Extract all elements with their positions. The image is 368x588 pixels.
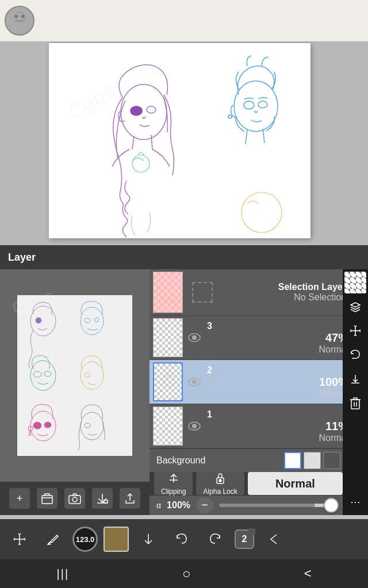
blend-mode-bar: Clipping Alpha Lock Normal ▼ xyxy=(150,472,368,496)
alpha-lock-icon xyxy=(214,472,227,488)
clipping-button[interactable]: Clipping xyxy=(154,472,193,495)
selection-layer-item[interactable]: Selection Layer No Selection xyxy=(150,269,368,316)
alpha-lock-button[interactable]: Alpha Lock xyxy=(196,472,244,495)
svg-point-1 xyxy=(11,22,28,32)
color-swatch[interactable] xyxy=(103,527,129,552)
svg-point-19 xyxy=(33,372,41,377)
svg-point-11 xyxy=(228,115,232,118)
nav-menu-button[interactable]: ||| xyxy=(57,567,70,581)
svg-point-39 xyxy=(192,424,197,428)
layer-panel: Layer Cggs Cggs xyxy=(0,245,368,515)
svg-point-22 xyxy=(85,373,90,377)
tools-bar: 123.0 2 xyxy=(0,519,368,559)
svg-point-21 xyxy=(80,362,103,389)
undo-layer-button[interactable] xyxy=(344,344,366,366)
checkerboard-button[interactable] xyxy=(344,272,366,293)
undo-button[interactable] xyxy=(168,525,195,553)
drawing-paper: Cggs Cggs xyxy=(49,43,310,238)
svg-point-6 xyxy=(147,106,156,113)
swatch-dark[interactable] xyxy=(323,452,340,469)
layers-button[interactable] xyxy=(344,296,366,318)
opacity-slider-thumb[interactable] xyxy=(324,498,339,513)
layer-1-row: 1 xyxy=(205,409,348,420)
layer-1-num: 1 xyxy=(207,409,212,420)
add-group-button[interactable] xyxy=(37,488,57,509)
layer-3-thumb xyxy=(153,318,183,357)
watermark-2: Cggs xyxy=(116,120,163,158)
layer-2-visibility-icon[interactable] xyxy=(186,374,202,390)
svg-point-31 xyxy=(72,497,77,502)
blend-mode-display: Normal xyxy=(248,472,343,495)
svg-point-9 xyxy=(244,101,254,109)
alpha-lock-label: Alpha Lock xyxy=(203,488,237,496)
nav-menu-icon: ||| xyxy=(57,567,70,580)
svg-point-14 xyxy=(36,318,41,323)
no-selection-label: No Selection xyxy=(294,292,346,303)
selection-layer-label: Selection Layer xyxy=(278,282,346,292)
svg-point-20 xyxy=(44,372,51,377)
svg-point-34 xyxy=(163,375,175,386)
layer-2-row: 2 xyxy=(205,365,348,376)
layer-3-visibility-icon[interactable] xyxy=(186,330,202,346)
nav-home-icon: ○ xyxy=(182,566,191,581)
svg-point-28 xyxy=(85,423,90,428)
transform-button[interactable] xyxy=(344,320,366,342)
nav-home-button[interactable]: ○ xyxy=(182,566,191,582)
svg-point-16 xyxy=(85,318,90,323)
layer-3-row: 3 xyxy=(205,321,348,331)
layer-1-item[interactable]: 1 11% Normal xyxy=(150,404,368,448)
svg-point-37 xyxy=(192,380,197,384)
thumbnail-toolbar: + xyxy=(0,482,150,515)
svg-point-4 xyxy=(121,84,167,140)
layer-3-item[interactable]: 3 47% Normal xyxy=(150,316,368,360)
svg-point-8 xyxy=(234,81,278,131)
export-button[interactable] xyxy=(120,488,140,509)
layer-count-badge[interactable]: 2 xyxy=(235,529,254,549)
back-button[interactable] xyxy=(260,525,288,553)
svg-point-17 xyxy=(94,318,99,322)
opacity-minus-button[interactable]: − xyxy=(196,497,213,513)
background-label: Background xyxy=(156,455,284,466)
camera-button[interactable] xyxy=(64,488,85,509)
svg-point-41 xyxy=(219,479,221,482)
opacity-slider[interactable] xyxy=(219,504,338,507)
import-button[interactable] xyxy=(92,488,113,509)
svg-point-7 xyxy=(132,155,150,172)
svg-point-33 xyxy=(192,335,197,340)
layer-2-info: 2 100% Normal xyxy=(205,365,348,399)
layers-list: Selection Layer No Selection xyxy=(150,269,368,515)
redo-button[interactable] xyxy=(201,525,229,553)
layer-2-thumb xyxy=(153,362,183,401)
layer-3-num: 3 xyxy=(207,321,212,331)
svg-rect-42 xyxy=(351,400,359,409)
avatar[interactable] xyxy=(5,6,34,36)
move-down-button[interactable] xyxy=(135,525,162,553)
swatch-white[interactable] xyxy=(284,452,301,469)
bottom-navigation: ||| ○ < xyxy=(0,559,368,588)
thumbnail-svg xyxy=(17,295,132,456)
top-bar xyxy=(0,0,368,41)
nav-back-button[interactable]: < xyxy=(304,566,312,581)
layer-2-item[interactable]: 2 100% Normal xyxy=(150,360,368,404)
merge-down-button[interactable] xyxy=(344,368,366,390)
transform-tool-button[interactable] xyxy=(6,525,33,553)
delete-layer-button[interactable] xyxy=(344,392,366,414)
background-row[interactable]: Background ⋯ xyxy=(150,448,368,472)
clipping-icon xyxy=(167,472,180,488)
svg-point-27 xyxy=(80,412,103,440)
add-layer-button[interactable]: + xyxy=(9,488,30,509)
selection-layer-thumb xyxy=(153,272,183,313)
pen-tool-button[interactable] xyxy=(39,525,67,553)
svg-point-25 xyxy=(44,422,51,428)
svg-point-5 xyxy=(131,106,142,115)
swatch-light[interactable] xyxy=(304,452,321,469)
opacity-value: 100% xyxy=(167,500,190,510)
svg-rect-29 xyxy=(42,496,52,504)
thumbnail-inner xyxy=(17,295,132,456)
layer-1-visibility-icon[interactable] xyxy=(186,418,202,434)
layer-title: Layer xyxy=(8,252,36,264)
brush-size-display[interactable]: 123.0 xyxy=(72,527,98,552)
opacity-bar: α 100% − + xyxy=(150,496,368,515)
more-options-button[interactable]: ⋯ xyxy=(344,491,366,513)
layer-1-info: 1 11% Normal xyxy=(205,409,348,443)
